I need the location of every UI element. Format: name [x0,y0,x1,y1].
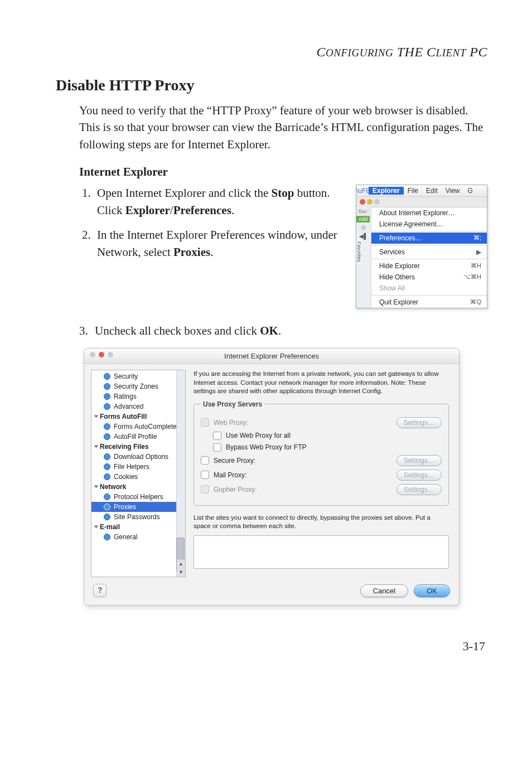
sidebar-group-receiving-files[interactable]: Receiving Files [91,442,185,452]
mail-proxy-label: Mail Proxy: [214,471,396,479]
explorer-menu-figure: \uF8FF Explorer File Edit View G Bac Add… [356,185,487,308]
mail-proxy-checkbox[interactable] [201,471,209,479]
intro-paragraph: You need to verify that the “HTTP Proxy”… [79,102,487,153]
sidebar-group-email[interactable]: E-mail [91,522,185,532]
sidebar-item-security[interactable]: Security [91,371,185,381]
minimize-icon[interactable] [367,199,373,205]
sidebar-item-security-zones[interactable]: Security Zones [91,381,185,391]
menu-item-show-all: Show All [371,283,487,294]
use-web-proxy-all-label: Use Web Proxy for all [226,432,442,439]
menubar: \uF8FF Explorer File Edit View G [356,185,487,196]
bypass-ftp-checkbox[interactable] [213,443,221,452]
reload-icon[interactable]: ◎ [356,224,371,231]
dialog-title: Internet Explorer Preferences [224,352,319,360]
disclosure-triangle-icon[interactable] [94,526,99,529]
menu-item-hide-explorer[interactable]: Hide Explorer⌘H [371,260,487,272]
menu-item-license[interactable]: License Agreement… [371,219,487,230]
menubar-edit[interactable]: Edit [422,187,442,195]
favorites-tab[interactable]: Favorites [356,239,362,264]
step-1: Open Internet Explorer and click the Sto… [94,185,348,219]
group-legend: Use Proxy Servers [201,400,264,408]
sidebar-scrollbar[interactable]: ▲ ▼ [176,370,185,577]
sidebar-group-forms-autofill[interactable]: Forms AutoFill [91,412,185,422]
sidebar-item-cookies[interactable]: Cookies [91,472,185,482]
scroll-down-icon[interactable]: ▼ [177,568,185,577]
add-button[interactable]: Add [356,216,370,222]
preferences-dialog-figure: Internet Explorer Preferences Security S… [84,348,460,606]
web-proxy-checkbox[interactable] [201,418,209,427]
menu-item-hide-others[interactable]: Hide Others⌥⌘H [371,272,487,283]
dialog-minimize-icon[interactable] [99,352,104,357]
step-3: 3. Uncheck all check boxes and click OK. [79,324,487,338]
running-header: CONFIGURING THE CLIENT PC [56,45,487,60]
menu-item-preferences[interactable]: Preferences…⌘; [371,233,487,244]
dialog-titlebar: Internet Explorer Preferences [84,349,459,364]
cancel-button[interactable]: Cancel [360,584,408,597]
section-title: Disable HTTP Proxy [56,76,487,94]
gopher-proxy-label: Gopher Proxy: [214,486,396,494]
subsection-title: Internet Explorer [79,165,487,179]
page-number: 3-17 [56,639,487,654]
use-proxy-servers-group: Use Proxy Servers Web Proxy: Settings… U… [194,400,449,506]
menubar-view[interactable]: View [442,187,464,195]
step-2: In the Internet Explorer Preferences win… [94,226,348,260]
disclosure-triangle-icon[interactable] [94,415,99,418]
bypass-sites-textarea[interactable] [194,535,449,569]
disclosure-triangle-icon[interactable] [94,486,99,488]
sidebar-item-autofill-profile[interactable]: AutoFill Profile [91,432,185,442]
gopher-proxy-checkbox[interactable] [201,485,209,494]
panel-description: If you are accessing the Internet from a… [194,370,449,396]
zoom-icon[interactable] [374,199,380,205]
close-icon[interactable] [360,199,365,205]
sidebar-item-proxies[interactable]: Proxies [91,502,185,512]
use-web-proxy-all-checkbox[interactable] [213,432,221,440]
menubar-file[interactable]: File [404,187,422,195]
disclosure-triangle-icon[interactable] [94,446,99,448]
sidebar-item-protocol-helpers[interactable]: Protocol Helpers [91,492,185,502]
menu-item-about[interactable]: About Internet Explorer… [371,207,487,219]
secure-proxy-settings-button[interactable]: Settings… [396,455,442,466]
web-proxy-settings-button[interactable]: Settings… [396,417,442,428]
sidebar-item-advanced[interactable]: Advanced [91,401,185,412]
preferences-sidebar[interactable]: Security Security Zones Ratings Advanced… [91,370,186,577]
gopher-proxy-settings-button[interactable]: Settings… [396,484,442,495]
steps-list: Open Internet Explorer and click the Sto… [79,185,348,268]
mail-proxy-settings-button[interactable]: Settings… [396,470,442,481]
menu-item-quit[interactable]: Quit Explorer⌘Q [371,297,487,308]
apple-menu-icon[interactable]: \uF8FF [356,187,369,195]
menubar-go[interactable]: G [464,187,477,195]
secure-proxy-label: Secure Proxy: [214,457,396,465]
submenu-arrow-icon: ▶ [476,248,481,256]
secure-proxy-checkbox[interactable] [201,456,209,465]
sidebar-group-network[interactable]: Network [91,482,185,492]
ok-button[interactable]: OK [414,584,450,597]
dialog-zoom-icon[interactable] [108,352,113,357]
bypass-caption: List the sites you want to connect to di… [194,514,449,531]
sidebar-item-ratings[interactable]: Ratings [91,391,185,401]
sidebar-item-file-helpers[interactable]: File Helpers [91,462,185,472]
dialog-close-icon[interactable] [90,352,95,357]
window-titlebar [356,196,487,207]
menubar-explorer[interactable]: Explorer [369,187,404,195]
help-button[interactable]: ? [93,584,107,597]
sidebar-item-general[interactable]: General [91,532,185,542]
web-proxy-label: Web Proxy: [214,419,396,427]
menu-item-services[interactable]: Services▶ [371,246,487,258]
scroll-up-icon[interactable]: ▲ [177,559,185,568]
sidebar-item-site-passwords[interactable]: Site Passwords [91,512,185,522]
drawer-handle-icon[interactable]: ◀▌ [356,233,371,239]
sidebar-item-download-options[interactable]: Download Options [91,452,185,462]
back-button[interactable]: Bac [356,208,370,215]
sidebar-item-forms-autocomplete[interactable]: Forms AutoComplete [91,422,185,432]
bypass-ftp-label: Bypass Web Proxy for FTP [226,443,442,451]
